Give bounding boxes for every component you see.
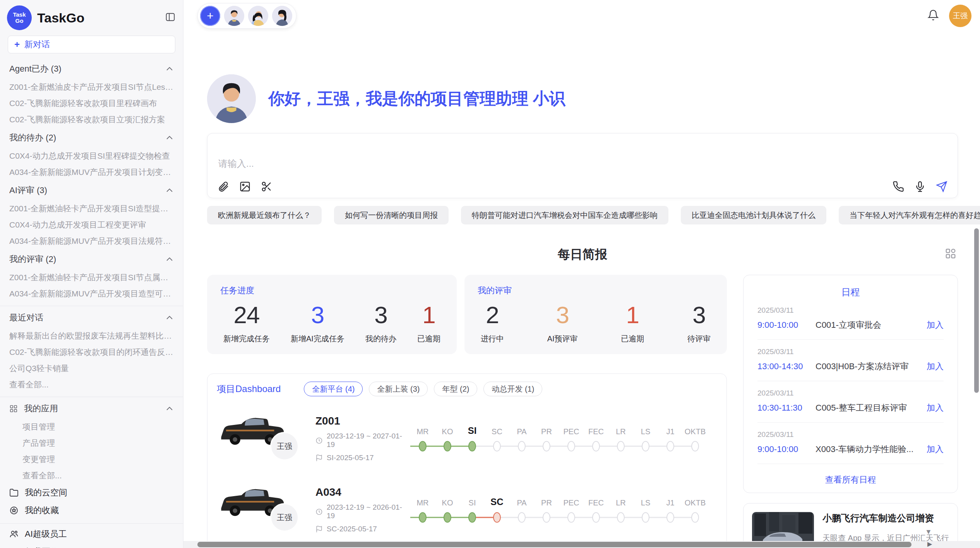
message-input[interactable] [218, 156, 947, 171]
dashboard-filter[interactable]: 动总开发 (1) [483, 382, 542, 396]
app-item[interactable]: 产品管理 [0, 435, 183, 451]
recent-view-all-link[interactable]: 查看全部... [0, 377, 183, 393]
sidebar-item[interactable]: A034-全新新能源MUV产品开发项目造型可行性评审 [0, 286, 183, 302]
milestone-label: PEC [563, 424, 579, 436]
milestone-label: OKTB [685, 495, 706, 507]
sidebar-item-help-write[interactable]: 帮我写作 [0, 543, 183, 548]
avatar[interactable] [248, 6, 268, 26]
stat-label: 新增AI完成任务 [291, 334, 344, 344]
join-button[interactable]: 加入 [927, 402, 944, 414]
suggestion-chip[interactable]: 特朗普可能对进口汽车增税会对中国车企造成哪些影响 [461, 206, 668, 224]
new-chat-button[interactable]: + 新对话 [8, 36, 175, 53]
right-column: 日程 2025/03/119:00-10:00C001-立项审批会加入2025/… [743, 275, 958, 548]
dashboard-filter[interactable]: 全新平台 (4) [304, 382, 363, 396]
recent-chat-item[interactable]: C02-飞腾新能源轻客改款项目的闭环通告反馈情况 [0, 344, 183, 360]
milestone-label: LR [616, 495, 626, 507]
suggestion-chip[interactable]: 如何写一份清晰的项目周报 [334, 206, 449, 224]
sidebar-item[interactable]: A034-全新新能源MUV产品开发项目计划变更表编写 [0, 164, 183, 180]
milestone-label: FEC [588, 495, 604, 507]
milestone-step: MR [410, 495, 435, 524]
schedule-item: 2025/03/119:00-10:00X003-车辆动力学性能验...加入 [757, 423, 944, 464]
horizontal-scrollbar[interactable] [183, 541, 980, 548]
recent-chat-item[interactable]: 公司Q3轻卡销量 [0, 360, 183, 377]
add-contact-button[interactable]: + [200, 6, 220, 26]
sidebar-item[interactable]: C02-飞腾新能源轻客改款项目立项汇报方案 [0, 111, 183, 128]
project-row[interactable]: 王强A0342023-12-19 ~ 2026-01-19SC-2025-05-… [217, 481, 717, 539]
project-image-wrap: 王强 [217, 481, 315, 539]
sidebar-item[interactable]: Z001-全新燃油轻卡产品开发项目SI节点属性5D文件评审 [0, 269, 183, 286]
avatar[interactable] [224, 6, 244, 26]
phone-icon[interactable] [893, 181, 904, 192]
horizontal-scrollbar-thumb[interactable] [197, 542, 911, 547]
briefing-card: 我的评审2进行中3AI预评审1已逾期3待评审 [464, 275, 727, 354]
layout-grid-icon[interactable] [945, 248, 956, 261]
sidebar-group-title: 我的评审 (2) [9, 253, 56, 265]
join-button[interactable]: 加入 [927, 361, 944, 372]
sidebar-item-cloud-space[interactable]: 我的云空间 [0, 484, 183, 502]
image-icon[interactable] [239, 181, 251, 192]
paperclip-icon[interactable] [218, 181, 229, 192]
sidebar-collapse-icon[interactable] [165, 12, 175, 24]
scissors-icon[interactable] [261, 181, 272, 192]
send-icon[interactable] [936, 181, 947, 192]
briefing-cards: 任务进度24新增完成任务3新增AI完成任务3我的待办1已逾期我的评审2进行中3A… [207, 275, 727, 354]
dashboard-filter[interactable]: 全新上装 (3) [369, 382, 428, 396]
schedule-item: 2025/03/119:00-10:00C001-立项审批会加入 [757, 298, 944, 340]
flag-icon [315, 454, 323, 462]
milestone-label: MR [416, 495, 428, 507]
suggestion-chip[interactable]: 欧洲新规最近颁布了什么？ [207, 206, 322, 224]
bell-icon[interactable] [927, 9, 939, 22]
milestone-dot [691, 441, 699, 452]
app-item[interactable]: 变更管理 [0, 451, 183, 468]
milestone-label: MR [416, 424, 428, 436]
join-button[interactable]: 加入 [927, 444, 944, 455]
sidebar-item-favorites[interactable]: 我的收藏 [0, 502, 183, 519]
sidebar-group-header[interactable]: Agent已办 (3) [0, 59, 183, 79]
microphone-icon[interactable] [914, 181, 926, 192]
suggestion-chip[interactable]: 比亚迪全固态电池计划具体说了什么 [681, 206, 826, 224]
user-avatar[interactable]: 王强 [949, 5, 971, 27]
milestone-dot [617, 441, 625, 452]
sidebar-group-header[interactable]: 我的评审 (2) [0, 249, 183, 269]
milestone-dot [419, 441, 427, 452]
milestone-label: PR [541, 424, 552, 436]
avatar[interactable] [272, 6, 292, 26]
sidebar-group-header[interactable]: AI评审 (3) [0, 180, 183, 200]
project-row[interactable]: 王强Z0012023-12-19 ~ 2027-01-19SI-2025-05-… [217, 409, 717, 468]
chevron-up-icon [165, 134, 174, 142]
milestone-label: PR [541, 495, 552, 507]
app-logo: Task Go [7, 5, 32, 30]
scroll-down-arrow-icon[interactable]: ▼ [925, 528, 932, 536]
sidebar-recent: 最近对话 解释最新出台的欧盟报废车法规再生塑料比例被调至15%...C02-飞腾… [0, 308, 183, 393]
stat: 1已逾期 [417, 302, 440, 344]
dashboard-filter[interactable]: 年型 (2) [434, 382, 477, 396]
sidebar-item-ai-employee[interactable]: AI超级员工 [0, 525, 183, 543]
sidebar-item[interactable]: C02-飞腾新能源轻客改款项目里程碑画布 [0, 95, 183, 111]
join-button[interactable]: 加入 [927, 319, 944, 331]
recent-chat-item[interactable]: 解释最新出台的欧盟报废车法规再生塑料比例被调至15%... [0, 328, 183, 344]
milestone-step: PR [534, 495, 559, 524]
briefing-card: 任务进度24新增完成任务3新增AI完成任务3我的待办1已逾期 [207, 275, 457, 354]
scroll-right-arrow-icon[interactable]: ▶ [927, 540, 932, 548]
apps-view-all-link[interactable]: 查看全部... [0, 468, 183, 484]
recent-header[interactable]: 最近对话 [0, 308, 183, 328]
clock-icon [315, 508, 323, 515]
news-title: 小鹏飞行汽车制造公司增资 [822, 512, 949, 524]
view-all-schedule-link[interactable]: 查看所有日程 [757, 474, 944, 486]
app-item[interactable]: 项目管理 [0, 419, 183, 435]
schedule-date: 2025/03/11 [757, 306, 944, 315]
vertical-scrollbar-thumb[interactable] [974, 228, 979, 393]
sidebar-item[interactable]: Z001-全新燃油轻卡产品开发项目SI造型提交物评审 [0, 200, 183, 217]
sidebar-item[interactable]: Z001-全新燃油皮卡产品开发项目SI节点Lesson Learn报告 [0, 79, 183, 95]
milestone-dot [592, 441, 600, 452]
project-code: Z001 [315, 415, 410, 427]
sidebar-group-header[interactable]: 我的待办 (2) [0, 128, 183, 148]
sidebar-item[interactable]: C0X4-动力总成开发项目SI里程碑提交物检查 [0, 148, 183, 164]
suggestion-chips: 欧洲新规最近颁布了什么？如何写一份清晰的项目周报特朗普可能对进口汽车增税会对中国… [207, 206, 958, 224]
new-chat-label: 新对话 [24, 39, 50, 50]
milestone-label: LS [641, 495, 650, 507]
suggestion-chip[interactable]: 当下年轻人对汽车外观有怎样的喜好趋势 [839, 206, 980, 224]
sidebar-item[interactable]: C0X4-动力总成开发项目工程变更评审 [0, 217, 183, 233]
my-apps-header[interactable]: 我的应用 [0, 399, 183, 419]
sidebar-item[interactable]: A034-全新新能源MUV产品开发项目法规符合性评审 [0, 233, 183, 249]
